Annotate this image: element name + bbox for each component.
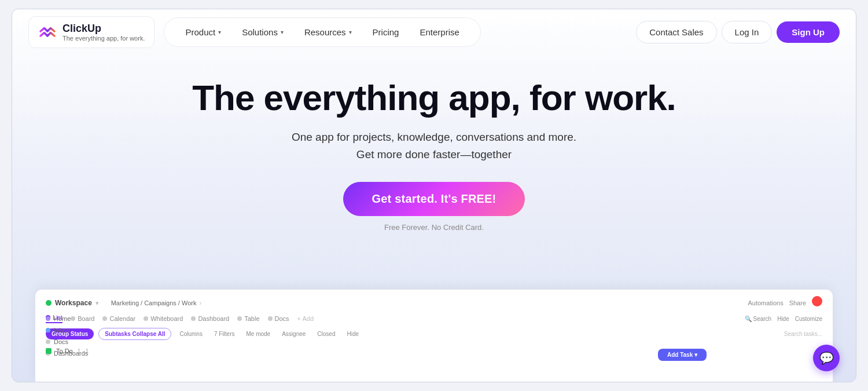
inbox-icon <box>46 328 50 332</box>
sidebar-item-inbox[interactable]: Inbox <box>46 327 133 334</box>
hero-section: The everything app, for work. One app fo… <box>12 55 856 243</box>
chat-bubble-button[interactable]: 💬 <box>813 345 840 371</box>
clickup-logo-icon <box>38 23 57 42</box>
nav-item-product[interactable]: Product ▾ <box>176 23 230 42</box>
breadcrumb-chevron: › <box>199 299 201 306</box>
app-tabs: List Board Calendar Whiteboard Dashboard… <box>46 314 822 323</box>
sidebar-item-docs[interactable]: Docs <box>46 338 133 345</box>
hero-subtitle-line2: Get more done faster—together <box>292 146 576 163</box>
app-bar-left: Workspace ▾ Marketing / Campaigns / Work… <box>46 298 201 308</box>
signup-button[interactable]: Sign Up <box>777 21 840 43</box>
filters-filter[interactable]: 7 Filters <box>211 328 238 339</box>
hero-subtitle-line1: One app for projects, knowledge, convers… <box>292 129 576 146</box>
nav-solutions-label: Solutions <box>242 27 278 37</box>
nav-item-enterprise[interactable]: Enterprise <box>410 23 468 42</box>
chevron-down-icon: ▾ <box>218 29 221 35</box>
tab-dashboard[interactable]: Dashboard <box>191 315 229 322</box>
sidebar-item-home[interactable]: Home <box>46 315 133 322</box>
workspace-arrow: ▾ <box>95 299 99 307</box>
tab-whiteboard-icon <box>144 316 148 321</box>
breadcrumb-text: Marketing / Campaigns / Work <box>111 299 197 306</box>
tab-table-icon <box>237 316 242 321</box>
nav-item-resources[interactable]: Resources ▾ <box>295 23 361 42</box>
hero-subtitle: One app for projects, knowledge, convers… <box>292 129 576 164</box>
chevron-down-icon: ▾ <box>349 29 352 35</box>
columns-filter[interactable]: Columns <box>176 328 205 339</box>
hero-fine-print: Free Forever. No Credit Card. <box>384 223 484 232</box>
app-bar-top: Workspace ▾ Marketing / Campaigns / Work… <box>46 298 822 308</box>
app-rows: To Do 1 · 1 <box>46 346 822 356</box>
row-count: 1 · 1 <box>78 348 89 355</box>
app-bar-right: Automations Share <box>748 298 822 308</box>
navbar-right: Contact Sales Log In Sign Up <box>636 21 840 43</box>
tab-add[interactable]: + Add <box>297 315 314 322</box>
login-button[interactable]: Log In <box>722 21 773 43</box>
nav-enterprise-label: Enterprise <box>420 27 459 37</box>
closed-filter[interactable]: Closed <box>314 328 339 339</box>
nav-links: Product ▾ Solutions ▾ Resources ▾ Pricin… <box>164 17 480 47</box>
logo-container[interactable]: ClickUp The everything app, for work. <box>28 16 155 48</box>
chat-icon: 💬 <box>819 351 834 365</box>
me-mode-filter[interactable]: Me mode <box>242 328 274 339</box>
automations-label: Automations <box>748 299 783 306</box>
navbar-left: ClickUp The everything app, for work. Pr… <box>28 16 481 48</box>
nav-product-label: Product <box>185 27 215 37</box>
app-preview: Workspace ▾ Marketing / Campaigns / Work… <box>35 289 833 382</box>
chevron-down-icon: ▾ <box>281 29 284 35</box>
page-wrapper: ClickUp The everything app, for work. Pr… <box>12 9 856 382</box>
notification-icon[interactable] <box>812 296 822 306</box>
tab-whiteboard[interactable]: Whiteboard <box>144 315 183 322</box>
workspace-label: Workspace <box>55 299 92 307</box>
cta-button[interactable]: Get started. It's FREE! <box>343 182 525 216</box>
search-tasks[interactable]: Search tasks... <box>784 331 822 337</box>
logo-text-block: ClickUp The everything app, for work. <box>62 23 145 42</box>
hide-label[interactable]: Hide <box>777 316 789 322</box>
nav-pricing-label: Pricing <box>373 27 399 37</box>
hide-filter[interactable]: Hide <box>343 328 362 339</box>
app-right-actions: 🔍 Search Hide Customize Add Task ▾ <box>745 316 822 322</box>
hero-title: The everything app, for work. <box>192 78 676 118</box>
workspace-dot <box>46 300 52 306</box>
customize-label[interactable]: Customize <box>795 316 822 322</box>
tab-table[interactable]: Table <box>237 315 259 322</box>
nav-item-solutions[interactable]: Solutions ▾ <box>233 23 293 42</box>
table-row: To Do 1 · 1 <box>46 346 822 356</box>
logo-tagline: The everything app, for work. <box>62 35 145 42</box>
breadcrumb: Marketing / Campaigns / Work › <box>111 299 201 306</box>
app-action-bar: Group Status Subtasks Collapse All Colum… <box>46 328 822 340</box>
share-label: Share <box>789 299 806 306</box>
tab-docs-icon <box>268 316 273 321</box>
home-icon <box>46 316 50 321</box>
search-label[interactable]: 🔍 Search <box>745 316 771 322</box>
navbar: ClickUp The everything app, for work. Pr… <box>12 9 856 55</box>
contact-sales-button[interactable]: Contact Sales <box>636 21 716 43</box>
row-status-dot <box>46 348 52 354</box>
docs-icon <box>46 339 50 344</box>
tab-docs[interactable]: Docs <box>268 315 289 322</box>
nav-item-pricing[interactable]: Pricing <box>363 23 409 42</box>
nav-resources-label: Resources <box>304 27 346 37</box>
assignee-filter[interactable]: Assignee <box>278 328 309 339</box>
tab-dashboard-icon <box>191 316 196 321</box>
logo-brand: ClickUp <box>62 23 145 35</box>
row-label: To Do <box>56 348 73 355</box>
